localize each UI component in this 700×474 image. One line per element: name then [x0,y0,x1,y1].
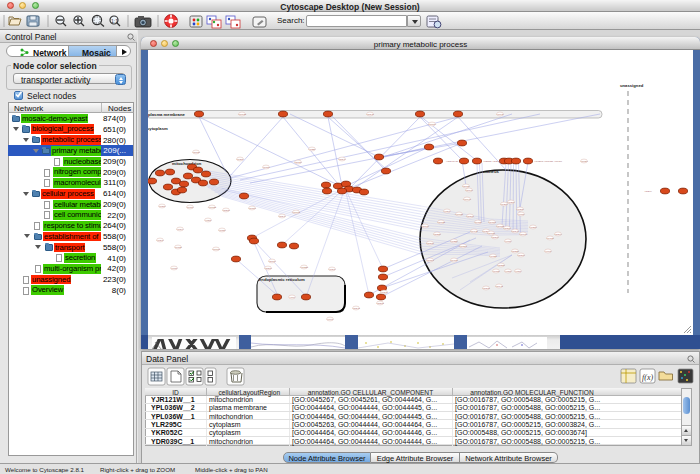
svg-text:Ygr115: Ygr115 [488,221,496,224]
svg-text:Ypl142: Ypl142 [470,230,478,233]
svg-text:1:1: 1:1 [111,18,118,24]
svg-text:Ygr227: Ygr227 [511,250,519,253]
svg-text:Ykl248: Ykl248 [380,291,388,294]
svg-text:Ymr120: Ymr120 [455,213,464,216]
svg-text:Ydr138: Ydr138 [487,232,495,235]
svg-text:Ypl112: Ypl112 [174,246,182,249]
svg-text:Ydr345: Ydr345 [366,113,374,116]
svg-text:Ylr198: Ylr198 [545,250,553,253]
svg-text:Ydr143: Ydr143 [495,285,503,288]
svg-text:Ykl229: Ykl229 [308,148,316,151]
svg-text:Ygr240c-ap: Ygr240c-ap [446,160,459,163]
svg-text:Ypl173: Ypl173 [450,259,458,262]
svg-text:Ypl115: Ypl115 [474,221,482,224]
svg-text:plasma membrane: plasma membrane [148,112,185,117]
svg-text:Ylr260: Ylr260 [205,219,213,222]
svg-text:endoplasmic reticulum: endoplasmic reticulum [259,277,305,282]
svg-text:Ygr208: Ygr208 [222,209,230,212]
svg-text:Ylr258w Ygr240c: Ylr258w Ygr240c [483,160,502,163]
svg-text:Ylr299: Ylr299 [444,210,452,213]
svg-text:Ymr146: Ymr146 [463,198,472,201]
svg-text:Ymr111: Ymr111 [212,248,221,251]
svg-text:Ygr134: Ygr134 [268,260,276,263]
svg-text:Ydr243: Ydr243 [352,307,360,310]
svg-text:Ykl127w Ymr105c Yfl045c: Ykl127w Ymr105c Yfl045c [534,160,563,163]
svg-text:Ydr207: Ydr207 [264,267,272,270]
svg-text:Ydr138: Ydr138 [192,151,200,154]
svg-text:Ylr188: Ylr188 [518,213,526,216]
svg-text:Ydr249: Ydr249 [338,158,346,161]
svg-text:Ygr226: Ygr226 [433,233,441,236]
svg-text:Ymr296: Ymr296 [459,245,468,248]
svg-text:f(x): f(x) [642,373,653,382]
svg-text:Ygr209: Ygr209 [491,236,499,239]
svg-text:Ykl295: Ykl295 [516,208,524,211]
svg-text:Ykl115: Ykl115 [492,270,500,273]
svg-text:Ydr133: Ydr133 [437,221,445,224]
svg-text:Ygr115: Ygr115 [248,207,256,210]
svg-text:Ylr270: Ylr270 [505,270,513,273]
svg-text:Ydr286: Ydr286 [426,242,434,245]
svg-text:Ykl271: Ykl271 [507,201,515,204]
svg-text:unassigned: unassigned [620,83,644,88]
svg-text:Ykl231: Ykl231 [450,240,458,243]
svg-text:Ymr109: Ymr109 [428,123,437,126]
svg-text:Ygr216: Ygr216 [517,254,525,257]
svg-text:Ydl021: Ydl021 [580,160,588,163]
svg-text:Ymr238: Ymr238 [300,266,309,269]
svg-text:Ygr263: Ygr263 [376,302,384,305]
svg-text:Ylr146: Ylr146 [327,318,335,321]
svg-text:Yml123: Yml123 [238,113,247,116]
svg-text:Ygr129: Ygr129 [462,185,470,188]
svg-text:Ylr279: Ylr279 [515,270,523,273]
svg-text:Ykl240: Ykl240 [156,239,164,242]
svg-text:Ygr118: Ygr118 [426,259,434,262]
svg-text:Ydr187: Ydr187 [519,233,527,236]
svg-text:Ymr1: Ymr1 [289,296,295,299]
svg-text:Ykl244: Ykl244 [176,228,184,231]
svg-text:mitochondrion: mitochondrion [172,161,202,166]
svg-text:Ygr124: Ygr124 [294,161,302,164]
svg-text:Ykl045: Ykl045 [496,113,504,116]
svg-text:Ypl117: Ypl117 [186,206,194,209]
svg-text:Ygr249: Ygr249 [278,215,286,218]
svg-text:Ykl118: Ykl118 [262,166,270,169]
svg-text:Ygr216: Ygr216 [466,215,474,218]
svg-text:Ylr116: Ylr116 [171,267,178,270]
svg-text:Ypl172: Ypl172 [546,237,554,240]
svg-text:Ydr221: Ydr221 [497,264,505,267]
svg-text:Ykl218: Ykl218 [529,226,537,229]
svg-text:Ykl157: Ykl157 [218,229,226,232]
svg-text:Ymr195: Ymr195 [292,211,301,214]
svg-text:Ypl266: Ypl266 [236,158,244,161]
svg-text:Ykl123: Ykl123 [489,255,497,258]
svg-text:Ykl246: Ykl246 [328,268,336,271]
svg-text:Ydr176: Ydr176 [465,189,473,192]
svg-text:cytoplasm: cytoplasm [148,126,168,131]
svg-text:nucleus: nucleus [483,169,499,174]
svg-text:Ygr274: Ygr274 [554,233,562,236]
svg-text:Ybr299: Ybr299 [644,190,652,193]
svg-text:Ymr123: Ymr123 [208,206,217,209]
svg-text:Ykl211: Ykl211 [158,205,166,208]
svg-text:Ydr265: Ydr265 [482,287,490,290]
svg-text:Ylr189: Ylr189 [505,240,513,243]
svg-text:Ygr176: Ygr176 [421,225,429,228]
